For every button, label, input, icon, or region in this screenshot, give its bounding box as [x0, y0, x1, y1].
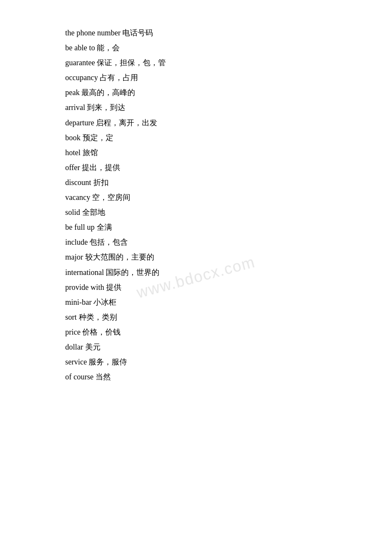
- vocab-english: mini-bar: [65, 298, 92, 306]
- vocab-item: offer 提出，提供: [65, 160, 327, 175]
- vocab-chinese: 占有，占用: [100, 73, 138, 82]
- vocab-chinese: 启程，离开，出发: [96, 119, 157, 127]
- vocab-english: solid: [65, 208, 80, 217]
- vocab-item: international 国际的，世界的: [65, 265, 327, 280]
- vocab-item: the phone number 电话号码: [65, 26, 327, 40]
- vocab-english: arrival: [65, 103, 85, 112]
- vocab-english: discount: [65, 178, 91, 187]
- vocab-item: solid 全部地: [65, 205, 327, 220]
- vocab-english: major: [65, 253, 83, 261]
- vocab-chinese: 最高的，高峰的: [81, 88, 135, 97]
- vocab-chinese: 到来，到达: [87, 103, 125, 112]
- vocab-chinese: 包括，包含: [89, 238, 128, 246]
- vocab-chinese: 价格，价钱: [82, 328, 121, 336]
- vocab-english: of course: [65, 373, 93, 381]
- vocab-chinese: 全满: [97, 223, 112, 231]
- vocab-item: hotel 旅馆: [65, 145, 327, 160]
- vocab-chinese: 国际的，世界的: [106, 268, 159, 277]
- vocab-item: dollar 美元: [65, 340, 327, 355]
- vocab-chinese: 美元: [85, 343, 101, 351]
- vocab-chinese: 空，空房间: [92, 193, 130, 202]
- vocab-chinese: 提供: [106, 283, 121, 292]
- vocab-item: peak 最高的，高峰的: [65, 85, 327, 100]
- vocab-english: be able to: [65, 43, 95, 52]
- vocab-english: offer: [65, 163, 80, 172]
- vocab-english: include: [65, 238, 88, 246]
- vocab-chinese: 折扣: [93, 178, 109, 187]
- vocab-item: of course 当然: [65, 370, 327, 384]
- vocab-english: book: [65, 133, 81, 142]
- vocab-item: book 预定，定: [65, 130, 327, 145]
- vocab-item: be able to 能，会: [65, 40, 327, 55]
- vocab-english: peak: [65, 88, 80, 97]
- vocab-item: include 包括，包含: [65, 235, 327, 250]
- vocab-item: vacancy 空，空房间: [65, 190, 327, 205]
- vocab-chinese: 小冰柜: [93, 298, 116, 306]
- vocab-item: be full up 全满: [65, 220, 327, 235]
- vocab-english: guarantee: [65, 58, 95, 67]
- vocab-chinese: 电话号码: [122, 29, 153, 37]
- vocab-english: sort: [65, 313, 77, 321]
- vocab-english: the phone number: [65, 29, 121, 37]
- vocab-item: guarantee 保证，担保，包，管: [65, 55, 327, 70]
- vocab-item: departure 启程，离开，出发: [65, 116, 327, 130]
- vocab-chinese: 全部地: [82, 208, 105, 217]
- vocab-chinese: 当然: [95, 373, 111, 381]
- vocab-chinese: 能，会: [97, 43, 120, 52]
- vocab-item: service 服务，服侍: [65, 355, 327, 370]
- vocab-english: vacancy: [65, 193, 90, 202]
- vocab-chinese: 种类，类别: [79, 313, 117, 321]
- vocabulary-list: the phone number 电话号码be able to 能，会guara…: [65, 26, 327, 384]
- vocab-item: major 较大范围的，主要的: [65, 250, 327, 265]
- vocab-item: occupancy 占有，占用: [65, 70, 327, 85]
- vocab-chinese: 提出，提供: [82, 163, 120, 172]
- vocab-chinese: 预定，定: [83, 133, 113, 142]
- vocab-item: sort 种类，类别: [65, 310, 327, 325]
- vocab-english: provide with: [65, 283, 104, 292]
- vocab-english: occupancy: [65, 73, 98, 82]
- vocab-item: price 价格，价钱: [65, 325, 327, 340]
- vocab-item: discount 折扣: [65, 175, 327, 190]
- vocab-chinese: 服务，服侍: [89, 358, 127, 366]
- vocab-english: hotel: [65, 148, 81, 157]
- vocab-item: provide with 提供: [65, 280, 327, 295]
- vocab-chinese: 保证，担保，包，管: [97, 58, 166, 67]
- vocab-chinese: 较大范围的，主要的: [85, 253, 154, 261]
- vocab-english: price: [65, 328, 81, 336]
- vocab-item: arrival 到来，到达: [65, 100, 327, 115]
- vocab-item: mini-bar 小冰柜: [65, 295, 327, 310]
- vocab-english: international: [65, 268, 104, 277]
- vocab-english: service: [65, 358, 87, 366]
- vocab-english: be full up: [65, 223, 95, 231]
- vocab-english: dollar: [65, 343, 83, 351]
- vocab-chinese: 旅馆: [83, 148, 98, 157]
- vocab-english: departure: [65, 119, 94, 127]
